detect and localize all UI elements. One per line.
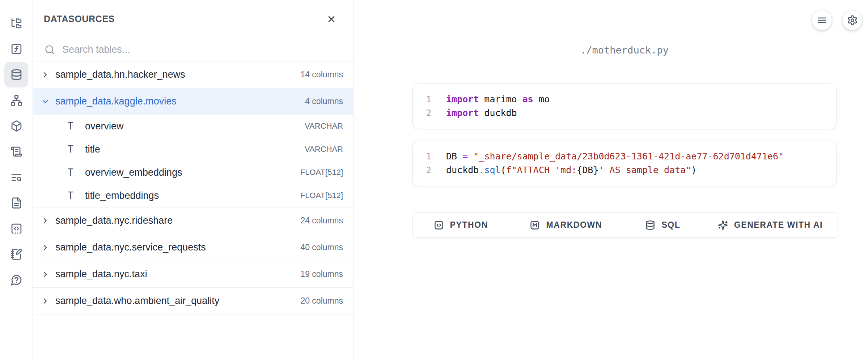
packages-icon[interactable] <box>4 113 28 139</box>
column-name: title <box>85 144 305 155</box>
type-text-icon: T <box>68 190 85 201</box>
line-number-gutter: 1 2 <box>413 146 438 180</box>
sparkles-icon <box>718 220 728 230</box>
add-cell-bar: PYTHON MARKDOWN SQL GENERATE WITH AI <box>412 212 838 238</box>
chevron-right-icon <box>41 217 55 225</box>
code-square-icon <box>434 220 444 230</box>
close-icon <box>326 14 336 24</box>
close-panel-button[interactable] <box>325 13 338 26</box>
column-type: VARCHAR <box>305 121 343 131</box>
add-python-cell-button[interactable]: PYTHON <box>413 213 509 237</box>
table-column-count: 40 columns <box>300 243 343 252</box>
column-name: title_embeddings <box>85 190 300 201</box>
chevron-down-icon <box>41 97 55 106</box>
panel-title: DATASOURCES <box>44 14 115 24</box>
code-line: DB = "_share/sample_data/23b0d623-1361-4… <box>446 150 784 163</box>
table-name: sample_data.hn.hacker_news <box>55 69 300 80</box>
code-editor[interactable]: import marimo as moimport duckdb <box>438 89 557 123</box>
code-line: import marimo as mo <box>446 93 550 106</box>
gear-icon <box>847 15 858 26</box>
line-number-gutter: 1 2 <box>413 89 438 123</box>
table-column-count: 14 columns <box>300 70 343 80</box>
table-column-count: 4 columns <box>305 97 343 106</box>
column-type: VARCHAR <box>305 145 343 154</box>
search-icon <box>45 44 55 55</box>
left-icon-rail <box>0 0 33 360</box>
table-column-count: 19 columns <box>300 269 343 279</box>
table-row[interactable]: sample_data.nyc.taxi 19 columns <box>33 261 353 287</box>
add-sql-cell-button[interactable]: SQL <box>623 213 703 237</box>
dependency-graph-icon[interactable] <box>4 87 28 113</box>
table-name: sample_data.nyc.taxi <box>55 269 300 280</box>
table-row[interactable]: sample_data.nyc.service_requests 40 colu… <box>33 234 353 261</box>
tables-list: sample_data.hn.hacker_news 14 columns sa… <box>33 61 353 314</box>
table-row[interactable]: sample_data.who.ambient_air_quality 20 c… <box>33 288 353 314</box>
table-row[interactable]: sample_data.hn.hacker_news 14 columns <box>33 61 353 88</box>
top-actions <box>812 10 863 30</box>
table-name: sample_data.nyc.service_requests <box>55 242 300 253</box>
code-cell[interactable]: 1 2 DB = "_share/sample_data/23b0d623-13… <box>412 141 837 186</box>
column-row[interactable]: T overview_embeddings FLOAT[512] <box>33 161 353 184</box>
line-number: 1 <box>426 150 431 163</box>
database-icon <box>645 220 655 230</box>
function-square-icon[interactable] <box>4 36 28 62</box>
menu-button[interactable] <box>812 10 832 30</box>
code-line: duckdb.sql(f"ATTACH 'md:{DB}' AS sample_… <box>446 163 784 177</box>
table-column-count: 24 columns <box>300 216 343 226</box>
generate-with-ai-button[interactable]: GENERATE WITH AI <box>703 213 838 237</box>
chevron-right-icon <box>41 297 55 305</box>
notebook-filename[interactable]: ./motherduck.py <box>412 44 837 56</box>
table-row[interactable]: sample_data.nyc.rideshare 24 columns <box>33 207 353 234</box>
column-row[interactable]: T overview VARCHAR <box>33 115 353 138</box>
settings-button[interactable] <box>842 10 863 30</box>
snippets-file-icon[interactable] <box>4 190 28 216</box>
notebook-area: ./motherduck.py 1 2 import marimo as moi… <box>353 0 868 360</box>
table-search-row <box>33 38 353 61</box>
line-number: 2 <box>426 163 431 177</box>
line-number: 1 <box>426 93 431 106</box>
code-cell[interactable]: 1 2 import marimo as moimport duckdb <box>412 83 837 129</box>
markdown-square-icon <box>530 220 540 230</box>
table-name: sample_data.who.ambient_air_quality <box>55 295 300 307</box>
column-name: overview_embeddings <box>85 167 300 178</box>
line-number: 2 <box>426 106 431 120</box>
file-tree-icon[interactable] <box>4 10 28 36</box>
documentation-scroll-icon[interactable] <box>4 139 28 164</box>
datasources-header: DATASOURCES <box>33 0 353 38</box>
datasources-icon[interactable] <box>4 62 28 87</box>
chevron-right-icon <box>41 270 55 279</box>
code-editor[interactable]: DB = "_share/sample_data/23b0d623-1361-4… <box>438 146 791 180</box>
menu-icon <box>817 15 827 26</box>
search-tables-input[interactable] <box>62 44 342 55</box>
datasources-panel: DATASOURCES sample_data.hn.hacker_news 1… <box>33 0 353 360</box>
column-row[interactable]: T title VARCHAR <box>33 138 353 161</box>
table-column-count: 20 columns <box>300 296 343 306</box>
column-type: FLOAT[512] <box>300 168 343 177</box>
type-text-icon: T <box>68 121 85 132</box>
type-text-icon: T <box>68 167 85 178</box>
add-markdown-cell-button[interactable]: MARKDOWN <box>509 213 623 237</box>
column-row[interactable]: T title_embeddings FLOAT[512] <box>33 184 353 207</box>
logs-search-icon[interactable] <box>4 164 28 190</box>
table-name: sample_data.kaggle.movies <box>55 96 305 107</box>
column-name: overview <box>85 121 305 132</box>
chevron-right-icon <box>41 243 55 252</box>
help-icon[interactable] <box>4 267 28 293</box>
chevron-right-icon <box>41 70 55 79</box>
column-type: FLOAT[512] <box>300 191 343 200</box>
scratchpad-icon[interactable] <box>4 241 28 267</box>
table-name: sample_data.nyc.rideshare <box>55 215 300 226</box>
table-row-selected[interactable]: sample_data.kaggle.movies 4 columns <box>33 88 353 115</box>
type-text-icon: T <box>68 144 85 155</box>
code-line: import duckdb <box>446 106 550 120</box>
code-square-dashed-icon[interactable] <box>4 216 28 241</box>
